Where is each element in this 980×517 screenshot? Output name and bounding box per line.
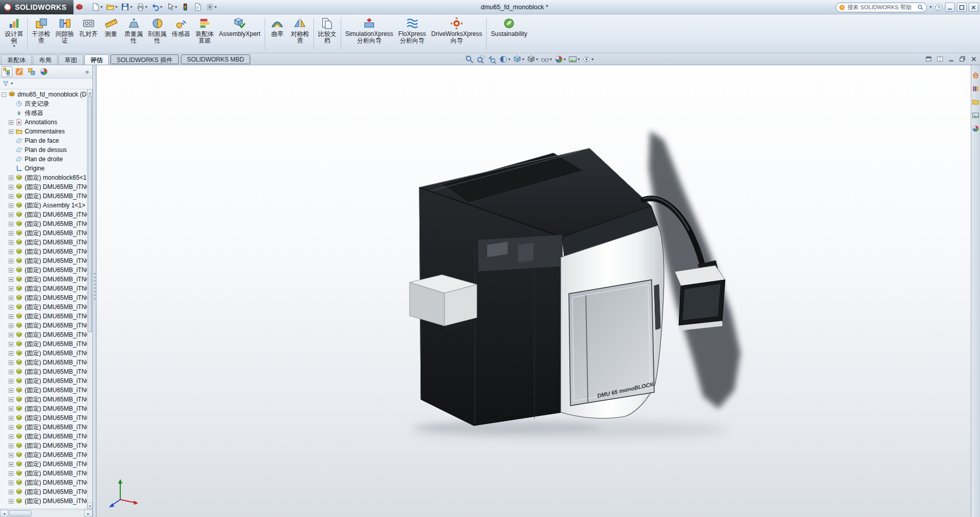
- tree-item[interactable]: +(固定) DMU65MB_iTNC: [0, 441, 87, 450]
- tree-item[interactable]: +(固定) DMU65MB_iTNC: [0, 339, 87, 349]
- tree-item[interactable]: +(固定) DMU65MB_iTNC: [0, 321, 87, 330]
- window-split-button[interactable]: [935, 54, 945, 64]
- expand-toggle[interactable]: +: [9, 259, 13, 263]
- tree-item[interactable]: +(固定) DMU65MB_iTNC: [0, 275, 87, 284]
- tree-item[interactable]: +(固定) DMU65MB_iTNC: [0, 386, 87, 395]
- appearances-scenes-button[interactable]: [972, 125, 979, 132]
- dropdown-arrow-icon[interactable]: ▾: [175, 5, 177, 9]
- expand-toggle[interactable]: +: [9, 462, 13, 467]
- save-button[interactable]: ▾: [119, 2, 134, 13]
- tree-item[interactable]: +(固定) DMU65MB_iTNC: [0, 432, 87, 441]
- expand-toggle[interactable]: +: [9, 444, 13, 448]
- tree-item[interactable]: +(固定) DMU65MB_iTNC: [0, 228, 87, 238]
- expand-toggle[interactable]: +: [9, 453, 13, 457]
- tree-item[interactable]: 历史记录: [0, 99, 87, 108]
- scroll-down-arrow[interactable]: ▾: [87, 503, 93, 509]
- tree-item[interactable]: Plan de dessus: [0, 145, 87, 155]
- open-button[interactable]: ▾: [104, 2, 119, 13]
- expand-toggle[interactable]: -: [2, 92, 6, 97]
- expand-toggle[interactable]: +: [9, 240, 13, 245]
- zoom-fit-button[interactable]: [464, 54, 475, 65]
- scroll-right-arrow[interactable]: ▸: [84, 510, 93, 517]
- expand-toggle[interactable]: +: [9, 490, 13, 494]
- tree-item[interactable]: Origine: [0, 164, 87, 173]
- file-properties-button[interactable]: [192, 2, 204, 13]
- print-button[interactable]: ▾: [135, 2, 149, 13]
- expand-toggle[interactable]: +: [9, 277, 13, 282]
- apply-scene-button[interactable]: ▾: [567, 54, 581, 65]
- expand-toggle[interactable]: +: [9, 379, 13, 384]
- sustainability-button[interactable]: Sustainability: [488, 15, 530, 52]
- tree-filter[interactable]: ▾: [0, 79, 93, 89]
- select-button[interactable]: ▾: [164, 2, 179, 13]
- simulationxpress-button[interactable]: SimulationXpress分析向导: [343, 15, 396, 52]
- tree-item[interactable]: +(固定) DMU65MB_iTNC: [0, 330, 87, 339]
- expand-toggle[interactable]: +: [9, 176, 13, 180]
- expand-toggle[interactable]: +: [9, 333, 13, 337]
- measure-button[interactable]: 测量: [100, 15, 122, 52]
- tree-item[interactable]: +(固定) DMU65MB_iTNC: [0, 395, 87, 404]
- assemblyxpert-button[interactable]: AssemblyXpert: [216, 15, 263, 52]
- tree-item[interactable]: 传感器: [0, 108, 87, 118]
- section-view-button[interactable]: ▾: [498, 54, 511, 65]
- tree-item[interactable]: Plan de droite: [0, 155, 87, 164]
- tab-solidworks-mbd[interactable]: SOLIDWORKS MBD: [181, 54, 250, 64]
- expand-toggle[interactable]: +: [9, 370, 13, 374]
- search-icon[interactable]: [917, 4, 924, 11]
- splitter-grip[interactable]: [94, 273, 96, 300]
- tab-layout[interactable]: 布局: [33, 54, 58, 65]
- expand-toggle[interactable]: +: [9, 268, 13, 273]
- tree-vertical-scrollbar[interactable]: ▴ ▾: [87, 89, 93, 509]
- tree-item[interactable]: +(固定) DMU65MB_iTNC: [0, 265, 87, 275]
- vscroll-track[interactable]: [87, 95, 93, 503]
- tree-item[interactable]: +(固定) DMU65MB_iTNC: [0, 349, 87, 358]
- expand-toggle[interactable]: +: [9, 231, 13, 236]
- design-library-button[interactable]: [972, 85, 979, 92]
- floxpress-button[interactable]: FloXpress分析向导: [396, 15, 429, 52]
- panel-tab-feature-tree[interactable]: [2, 66, 12, 77]
- scroll-up-arrow[interactable]: ▴: [87, 89, 93, 95]
- tab-evaluate[interactable]: 评估: [84, 54, 109, 65]
- hscroll-thumb[interactable]: [9, 510, 31, 516]
- tree-item[interactable]: +(固定) DMU65MB_iTNC: [0, 210, 87, 219]
- tree-item[interactable]: +(固定) monoblock65<1: [0, 173, 87, 182]
- expand-toggle[interactable]: +: [9, 351, 13, 356]
- design-study-button[interactable]: 设计算例▾: [2, 15, 26, 52]
- expand-toggle[interactable]: +: [9, 296, 13, 300]
- minimize-button[interactable]: [945, 3, 955, 12]
- dropdown-arrow-icon[interactable]: ▾: [130, 5, 132, 9]
- panel-tab-display-manager[interactable]: [39, 66, 49, 77]
- graphics-area[interactable]: DMU 65 monoBLOCK: [97, 65, 971, 517]
- expand-toggle[interactable]: +: [9, 213, 13, 217]
- panel-overflow-chevron[interactable]: »: [83, 68, 91, 75]
- close-button[interactable]: [969, 3, 978, 12]
- compare-documents-button[interactable]: 比较文档: [316, 15, 339, 52]
- dropdown-arrow-icon[interactable]: ▾: [145, 5, 147, 9]
- tree-item[interactable]: +(固定) DMU65MB_iTNC: [0, 256, 87, 265]
- view-palette-button[interactable]: [972, 111, 979, 119]
- tree-item[interactable]: +(固定) DMU65MB_iTNC: [0, 487, 87, 496]
- interference-check-button[interactable]: 干涉检查: [29, 15, 53, 52]
- driveworksxpress-button[interactable]: DriveWorksXpress向导: [429, 15, 485, 52]
- file-explorer-button[interactable]: [972, 98, 979, 106]
- dropdown-arrow-icon[interactable]: ▾: [508, 58, 510, 62]
- scroll-left-arrow[interactable]: ◂: [0, 510, 8, 517]
- tree-item[interactable]: +(固定) DMU65MB_iTNC: [0, 376, 87, 386]
- expand-toggle[interactable]: +: [9, 222, 13, 226]
- expand-toggle[interactable]: +: [9, 416, 13, 420]
- expand-toggle[interactable]: +: [9, 397, 13, 402]
- expand-toggle[interactable]: +: [9, 407, 13, 411]
- tree-item[interactable]: +(固定) DMU65MB_iTNC: [0, 478, 87, 487]
- view-settings-button[interactable]: ▾: [581, 54, 595, 65]
- undo-button[interactable]: ▾: [150, 2, 164, 13]
- search-dropdown-arrow[interactable]: ▾: [930, 5, 932, 9]
- tab-sketch[interactable]: 草图: [59, 54, 83, 65]
- tree-item[interactable]: +(固定) DMU65MB_iTNC: [0, 413, 87, 423]
- expand-toggle[interactable]: +: [9, 194, 13, 199]
- tree-item[interactable]: +AAnnotations: [0, 118, 87, 127]
- rebuild-button[interactable]: [179, 2, 191, 13]
- tree-horizontal-scrollbar[interactable]: ◂ ▸: [0, 509, 93, 517]
- dropdown-arrow-icon[interactable]: ▾: [578, 58, 580, 62]
- expand-toggle[interactable]: +: [9, 185, 13, 189]
- tree-item[interactable]: +(固定) DMU65MB_iTNC: [0, 219, 87, 228]
